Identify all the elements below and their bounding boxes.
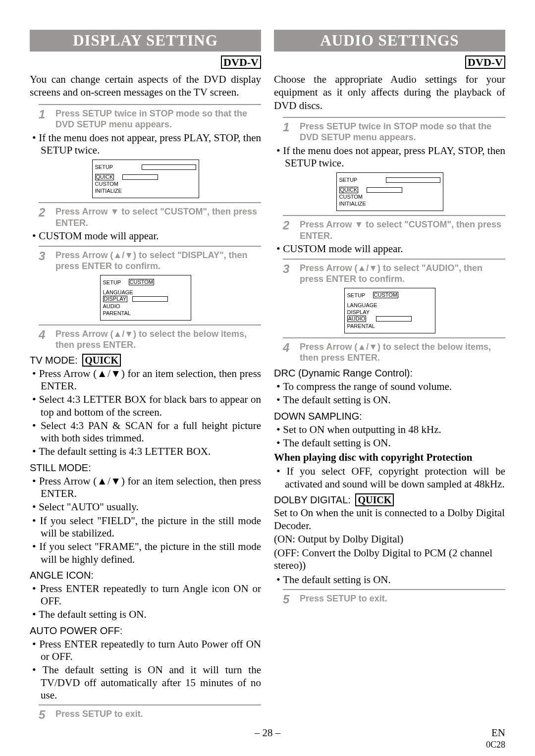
page-lang: EN: [491, 727, 505, 739]
list-item: The default setting is ON.: [274, 393, 505, 406]
left-diagram-2: SETUPCUSTOM LANGUAGE DISPLAY AUDIO PAREN…: [30, 275, 261, 321]
left-note-1: If the menu does not appear, press PLAY,…: [30, 131, 261, 157]
right-step-2: Press Arrow ▼ to select "CUSTOM", then p…: [300, 219, 505, 241]
apo-heading: AUTO POWER OFF:: [30, 625, 261, 637]
dolby-line: (ON: Output by Dolby Digital): [274, 533, 505, 546]
right-note-1: If the menu does not appear, press PLAY,…: [274, 144, 505, 170]
down-heading: DOWN SAMPLING:: [274, 411, 505, 422]
left-diagram-1: SETUP QUICK CUSTOM INITIALIZE: [30, 160, 261, 198]
dolby-line: (OFF: Convert the Dolby Digital to PCM (…: [274, 547, 505, 572]
list-item: Press Arrow (▲/▼) for an item selection,…: [30, 367, 261, 393]
list-item: If you select OFF, copyright protection …: [274, 465, 505, 490]
left-note-2: CUSTOM mode will appear.: [30, 229, 261, 242]
right-tag: DVD-V: [465, 55, 505, 69]
list-item: Select 4:3 PAN & SCAN for a full height …: [30, 419, 261, 445]
left-step-4: Press Arrow (▲/▼) to select the below it…: [55, 328, 261, 351]
drc-heading: DRC (Dynamic Range Control):: [274, 368, 505, 379]
right-step-5: Press SETUP to exit.: [300, 593, 387, 606]
left-step-3: Press Arrow (▲/▼) to select "DISPLAY", t…: [55, 250, 261, 272]
list-item: If you select "FIELD", the picture in th…: [30, 514, 261, 540]
step-3-num: 3: [39, 250, 55, 272]
step-5-num: 5: [39, 708, 55, 721]
list-item: The default setting is ON.: [274, 436, 505, 449]
left-intro: You can change certain aspects of the DV…: [30, 73, 261, 99]
right-diagram-2: SETUPCUSTOM LANGUAGE DISPLAY AUDIO PAREN…: [274, 288, 505, 333]
list-item: The default setting is 4:3 LETTER BOX.: [30, 445, 261, 458]
left-banner: DISPLAY SETTING: [30, 30, 261, 52]
step-2-num: 2: [39, 206, 55, 228]
left-tag: DVD-V: [221, 55, 261, 69]
right-step-3: Press Arrow (▲/▼) to select "AUDIO", the…: [300, 263, 505, 285]
down-bold: When playing disc with copyright Protect…: [274, 451, 505, 464]
list-item: The default setting is ON.: [30, 608, 261, 621]
tvmode-heading: TV MODE: QUICK: [30, 355, 261, 366]
list-item: Select "AUTO" usually.: [30, 500, 261, 513]
right-diagram-1: SETUP QUICK CUSTOM INITIALIZE: [274, 172, 505, 211]
left-step-2: Press Arrow ▼ to select "CUSTOM", then p…: [55, 206, 261, 228]
still-heading: STILL MODE:: [30, 462, 261, 474]
right-step-4: Press Arrow (▲/▼) to select the below it…: [300, 341, 505, 364]
list-item: If you select "FRAME", the picture in th…: [30, 540, 261, 566]
step-4-num: 4: [39, 328, 55, 351]
list-item: The default setting is ON.: [274, 573, 505, 586]
angle-heading: ANGLE ICON:: [30, 570, 261, 581]
list-item: Press ENTER repeatedly to turn Angle ico…: [30, 582, 261, 608]
page-code: 0C28: [486, 740, 505, 750]
list-item: Press Arrow (▲/▼) for an item selection,…: [30, 475, 261, 500]
right-step-1: Press SETUP twice in STOP mode so that t…: [300, 121, 505, 143]
list-item: Press ENTER repeatedly to turn Auto Powe…: [30, 638, 261, 663]
left-step-5: Press SETUP to exit.: [55, 708, 143, 721]
list-item: The default setting is ON and it will tu…: [30, 663, 261, 702]
step-1-num: 1: [39, 108, 55, 130]
list-item: To compress the range of sound volume.: [274, 380, 505, 393]
left-step-1: Press SETUP twice in STOP mode so that t…: [55, 108, 261, 130]
page-number: – 28 –: [30, 727, 505, 739]
right-note-2: CUSTOM mode will appear.: [274, 242, 505, 255]
list-item: Set to ON when outputting in 48 kHz.: [274, 423, 505, 436]
dolby-line: Set to On when the unit is connected to …: [274, 507, 505, 532]
dolby-heading: DOLBY DIGITAL: QUICK: [274, 494, 505, 506]
right-banner: AUDIO SETTINGS: [274, 30, 505, 52]
list-item: Select 4:3 LETTER BOX for black bars to …: [30, 393, 261, 419]
right-intro: Choose the appropriate Audio settings fo…: [274, 73, 505, 112]
